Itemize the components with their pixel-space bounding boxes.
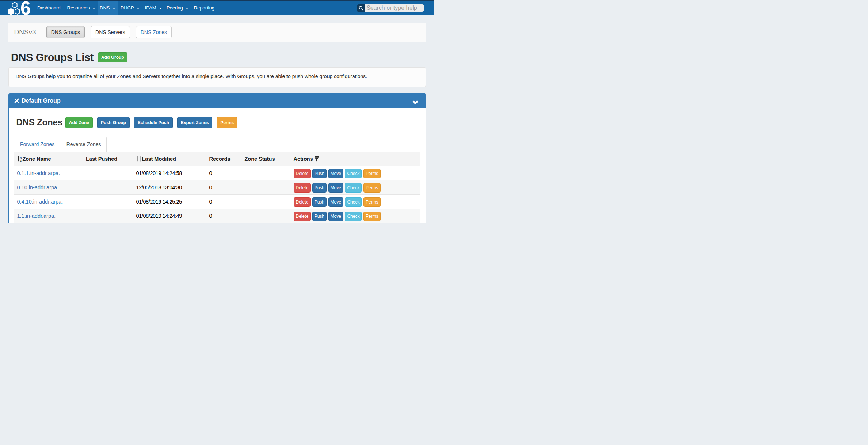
- svg-text:A: A: [20, 156, 22, 159]
- svg-text:Z: Z: [20, 160, 22, 162]
- svg-text:6: 6: [20, 1, 31, 16]
